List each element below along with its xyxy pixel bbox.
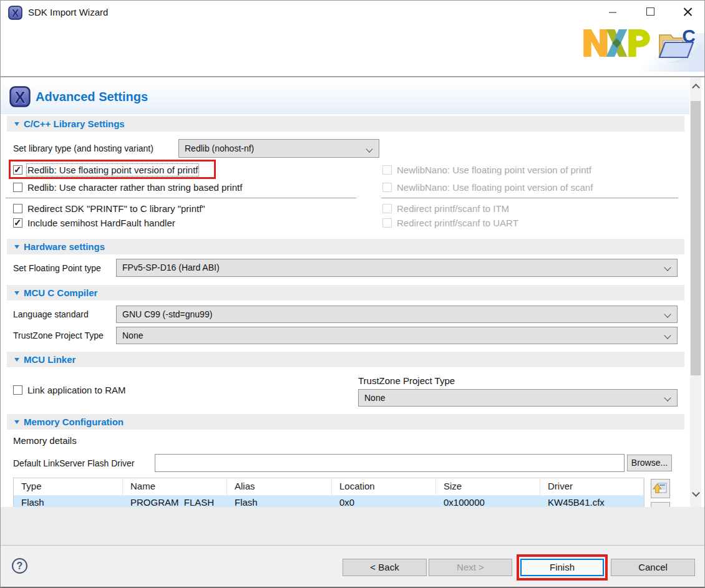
finish-button[interactable]: Finish	[520, 559, 604, 576]
help-button[interactable]: ?	[12, 558, 27, 574]
language-standard-label: Language standard	[13, 309, 89, 319]
nxp-logo	[583, 28, 651, 58]
flash-driver-label: Default LinkServer Flash Driver	[13, 458, 135, 468]
chevron-down-icon	[664, 264, 671, 271]
move-row-down-button[interactable]	[651, 502, 670, 507]
cell-driver: KW45B41.cfx	[540, 496, 644, 507]
table-header-row: Type Name Alias Location Size Driver	[14, 478, 644, 496]
button-bar: ? < Back Next > Finish Cancel	[1, 546, 704, 588]
cell-name: PROGRAM_FLASH	[123, 496, 227, 507]
section-mcu-linker[interactable]: MCU Linker	[7, 352, 684, 367]
checkbox-redirect-itm: Redirect printf/scanf to ITM	[382, 203, 509, 216]
advanced-settings-icon: X	[9, 86, 31, 107]
checkbox-redlib-char-printf[interactable]: Redlib: Use character rather than string…	[13, 181, 242, 195]
checkbox-redirect-uart: Redirect printf/scanf to UART	[382, 217, 518, 231]
scrollbar-thumb[interactable]	[691, 101, 701, 375]
collapse-triangle-icon	[14, 358, 19, 362]
cell-size: 0x100000	[436, 496, 540, 507]
svg-text:X: X	[12, 7, 19, 19]
sdk-import-wizard-window: X SDK Import Wizard C X Advance	[0, 0, 705, 588]
lower-spacer	[1, 507, 704, 545]
app-icon: X	[8, 6, 22, 20]
scroll-down-icon[interactable]	[692, 489, 700, 497]
checkbox-icon[interactable]	[13, 218, 22, 228]
svg-text:X: X	[14, 89, 25, 106]
chevron-down-icon	[664, 394, 671, 401]
chevron-down-icon	[366, 145, 372, 152]
divider	[6, 198, 356, 198]
page-title: Advanced Settings	[36, 90, 148, 104]
section-memory-configuration[interactable]: Memory Configuration	[7, 414, 684, 430]
column-header[interactable]: Size	[436, 478, 540, 495]
section-mcu-c-compiler[interactable]: MCU C Compiler	[7, 285, 684, 301]
checkbox-icon[interactable]	[13, 183, 22, 192]
trustzone-type-label: TrustZone Project Type	[13, 330, 104, 340]
section-title: MCU Linker	[24, 354, 75, 365]
checkbox-icon[interactable]	[13, 204, 22, 213]
flash-driver-input[interactable]	[155, 454, 625, 472]
checkbox-link-to-ram[interactable]: Link application to RAM	[13, 384, 126, 398]
library-type-label: Set library type (and hosting variant)	[13, 143, 153, 153]
checkbox-semihost-hardfault[interactable]: Include semihost HardFault handler	[13, 217, 175, 231]
divider	[381, 198, 678, 198]
checkbox-label: Include semihost HardFault handler	[27, 218, 175, 228]
fp-type-dropdown[interactable]: FPv5-SP-D16 (Hard ABI)	[116, 259, 678, 277]
checkbox-icon	[382, 204, 392, 213]
c-folder-import-icon: C	[654, 23, 702, 64]
column-header[interactable]: Type	[14, 478, 123, 495]
scroll-up-icon[interactable]	[692, 84, 700, 92]
memory-details-label: Memory details	[13, 435, 77, 446]
collapse-triangle-icon	[14, 245, 19, 249]
section-title: MCU C Compiler	[24, 287, 97, 298]
memory-table: Type Name Alias Location Size Driver Fla…	[13, 478, 644, 507]
checkbox-redlib-float-printf[interactable]: Redlib: Use floating point version of pr…	[13, 164, 198, 178]
checkbox-newlibnano-float-printf: NewlibNano: Use floating point version o…	[382, 164, 591, 178]
move-up-icon	[651, 480, 669, 498]
title-bar: X SDK Import Wizard	[1, 1, 704, 26]
fp-type-value: FPv5-SP-D16 (Hard ABI)	[122, 263, 220, 272]
fp-type-label: Set Floating Point type	[13, 263, 101, 273]
checkbox-redirect-sdk-printf[interactable]: Redirect SDK "PRINTF" to C library "prin…	[13, 203, 205, 216]
move-row-up-button[interactable]	[651, 479, 670, 498]
language-standard-dropdown[interactable]: GNU C99 (-std=gnu99)	[116, 306, 678, 323]
checkbox-label: Redlib: Use character rather than string…	[27, 182, 242, 193]
cell-type: Flash	[14, 496, 123, 507]
next-button: Next >	[429, 559, 512, 576]
checkbox-label: Redirect printf/scanf to ITM	[397, 203, 509, 214]
checkbox-icon[interactable]	[13, 385, 22, 395]
checkbox-label: Redlib: Use floating point version of pr…	[27, 165, 198, 175]
checkbox-label: Redirect SDK "PRINTF" to C library "prin…	[27, 203, 205, 214]
section-hardware-settings[interactable]: Hardware settings	[7, 239, 684, 254]
trustzone-type-value: None	[122, 330, 143, 340]
chevron-down-icon	[664, 311, 671, 317]
table-row[interactable]: Flash PROGRAM_FLASH Flash 0x0 0x100000 K…	[14, 496, 644, 507]
trustzone-type-dropdown[interactable]: None	[116, 327, 678, 344]
column-header[interactable]: Driver	[540, 478, 644, 495]
maximize-icon[interactable]	[636, 2, 664, 22]
chevron-down-icon	[664, 332, 671, 339]
cell-location: 0x0	[332, 496, 436, 507]
library-type-value: Redlib (nohost-nf)	[185, 143, 254, 153]
minimize-icon[interactable]	[598, 2, 627, 22]
advanced-settings-header: X Advanced Settings	[1, 80, 689, 114]
checkbox-label: Link application to RAM	[27, 385, 126, 395]
back-button[interactable]: < Back	[343, 559, 427, 576]
collapse-triangle-icon	[14, 420, 19, 424]
column-header[interactable]: Location	[332, 478, 436, 495]
library-type-dropdown[interactable]: Redlib (nohost-nf)	[178, 139, 379, 158]
browse-button[interactable]: Browse...	[627, 455, 672, 471]
cell-alias: Flash	[227, 496, 332, 507]
section-library-settings[interactable]: C/C++ Library Settings	[7, 116, 684, 132]
checkbox-label: Redirect printf/scanf to UART	[397, 218, 518, 228]
checkbox-icon[interactable]	[13, 165, 22, 175]
vertical-scrollbar[interactable]	[690, 77, 701, 507]
checkbox-icon	[382, 165, 392, 175]
cancel-button[interactable]: Cancel	[611, 559, 695, 576]
close-icon[interactable]	[673, 2, 702, 22]
column-header[interactable]: Alias	[227, 478, 332, 495]
linker-trustzone-dropdown[interactable]: None	[358, 389, 678, 407]
collapse-triangle-icon	[14, 291, 19, 295]
checkbox-icon	[382, 218, 392, 228]
column-header[interactable]: Name	[123, 478, 227, 495]
checkbox-label: NewlibNano: Use floating point version o…	[397, 182, 593, 193]
